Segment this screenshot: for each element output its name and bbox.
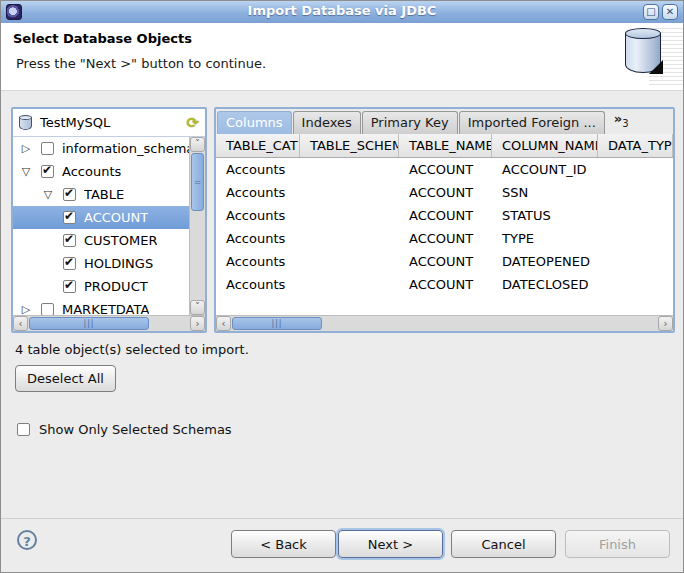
tab-primary-key[interactable]: Primary Key — [362, 111, 458, 134]
expander-expanded-icon[interactable] — [41, 188, 55, 201]
cell: Accounts — [216, 158, 300, 181]
show-only-selected-schemas-row[interactable]: Show Only Selected Schemas — [17, 422, 232, 437]
wizard-button-bar: ? < Back Next > Cancel Finish — [1, 518, 683, 573]
column-header[interactable]: TABLE_NAME — [399, 134, 492, 157]
window-title: Import Database via JDBC — [1, 3, 683, 18]
cell: TYPE — [492, 227, 598, 250]
cell — [300, 250, 399, 273]
checkbox-checked[interactable] — [63, 211, 76, 224]
cell — [598, 181, 673, 204]
checkbox-checked[interactable] — [41, 165, 54, 178]
tree-item-clipped[interactable]: MARKETDATA — [13, 298, 189, 315]
schema-tree: information_schema Accounts TABLE ACCOUN… — [13, 137, 189, 315]
table-header: TABLE_CAT TABLE_SCHEM TABLE_NAME COLUMN_… — [216, 134, 673, 158]
tree-item-table-folder[interactable]: TABLE — [13, 183, 189, 206]
tree-item-label: Accounts — [62, 164, 121, 179]
checkbox-checked[interactable] — [63, 257, 76, 270]
table-row[interactable]: Accounts ACCOUNT SSN — [216, 181, 673, 204]
scroll-left-icon[interactable]: ‹ — [13, 316, 28, 331]
scroll-right-icon[interactable]: › — [658, 316, 673, 331]
tree-item-label: HOLDINGS — [84, 256, 153, 271]
tree-item-accounts[interactable]: Accounts — [13, 160, 189, 183]
cell — [598, 158, 673, 181]
scroll-left-icon[interactable]: ‹ — [216, 316, 231, 331]
tree-item-label: PRODUCT — [84, 279, 148, 294]
cell: Accounts — [216, 204, 300, 227]
column-header[interactable]: COLUMN_NAME — [492, 134, 598, 157]
connection-name: TestMySQL — [40, 115, 186, 130]
cell: Accounts — [216, 250, 300, 273]
table-row[interactable]: Accounts ACCOUNT TYPE — [216, 227, 673, 250]
tree-item-holdings[interactable]: HOLDINGS — [13, 252, 189, 275]
close-icon[interactable]: ✕ — [662, 4, 678, 20]
table-row[interactable]: Accounts ACCOUNT DATEOPENED — [216, 250, 673, 273]
cell — [300, 227, 399, 250]
cancel-button[interactable]: Cancel — [451, 530, 556, 558]
titlebar[interactable]: Import Database via JDBC □ ✕ — [1, 1, 683, 24]
tab-indexes[interactable]: Indexes — [293, 111, 361, 134]
tab-columns[interactable]: Columns — [217, 111, 292, 134]
tab-strip: Columns Indexes Primary Key Imported For… — [216, 109, 673, 134]
banner-triangle — [649, 60, 663, 74]
table-row[interactable]: Accounts ACCOUNT STATUS — [216, 204, 673, 227]
refresh-icon[interactable]: ⟳ — [186, 114, 199, 132]
scrollbar-thumb[interactable]: ||| — [29, 317, 149, 330]
table-row[interactable]: Accounts ACCOUNT DATECLOSED — [216, 273, 673, 296]
tree-item-label: ACCOUNT — [84, 210, 148, 225]
tree-item-product[interactable]: PRODUCT — [13, 275, 189, 298]
scroll-right-icon[interactable]: › — [190, 316, 205, 331]
maximize-icon[interactable]: □ — [643, 4, 659, 20]
expander-expanded-icon[interactable] — [19, 165, 33, 178]
cell: ACCOUNT — [399, 250, 492, 273]
column-header[interactable]: DATA_TYPE — [598, 134, 673, 157]
object-details-panel: Columns Indexes Primary Key Imported For… — [214, 107, 675, 333]
table-row[interactable]: Accounts ACCOUNT ACCOUNT_ID — [216, 158, 673, 181]
cell — [598, 250, 673, 273]
checkbox-label: Show Only Selected Schemas — [39, 422, 232, 437]
cell — [300, 273, 399, 296]
tree-item-information-schema[interactable]: information_schema — [13, 137, 189, 160]
cell — [300, 181, 399, 204]
table-body: Accounts ACCOUNT ACCOUNT_ID Accounts ACC… — [216, 158, 673, 315]
next-button[interactable]: Next > — [338, 530, 443, 558]
expander-collapsed-icon[interactable] — [19, 303, 33, 315]
table-horizontal-scrollbar[interactable]: ‹ ||| › — [216, 315, 673, 331]
back-button[interactable]: < Back — [231, 530, 336, 558]
help-icon[interactable]: ? — [17, 530, 37, 550]
import-database-dialog: Import Database via JDBC □ ✕ Select Data… — [0, 0, 684, 573]
schema-tree-panel: TestMySQL ⟳ information_schema Accounts — [11, 107, 207, 333]
cell: Accounts — [216, 227, 300, 250]
expander-collapsed-icon[interactable] — [19, 142, 33, 155]
finish-button[interactable]: Finish — [565, 530, 670, 558]
tab-imported-foreign[interactable]: Imported Foreign ... — [459, 111, 605, 134]
cell: ACCOUNT — [399, 204, 492, 227]
cell: ACCOUNT — [399, 273, 492, 296]
tree-item-label: MARKETDATA — [62, 302, 149, 315]
tree-horizontal-scrollbar[interactable]: ‹ ||| › — [13, 315, 205, 331]
checkbox-checked[interactable] — [63, 280, 76, 293]
column-header[interactable]: TABLE_CAT — [216, 134, 300, 157]
checkbox-checked[interactable] — [63, 234, 76, 247]
scrollbar-thumb[interactable]: ||| — [232, 317, 322, 330]
tree-item-account[interactable]: ACCOUNT — [13, 206, 189, 229]
checkbox-unchecked[interactable] — [17, 423, 30, 436]
checkbox-unchecked[interactable] — [41, 303, 54, 315]
database-icon — [19, 115, 33, 131]
cell: Accounts — [216, 273, 300, 296]
column-header[interactable]: TABLE_SCHEM — [300, 134, 399, 157]
tree-vertical-scrollbar[interactable]: ˇ︎ = ˇ — [189, 137, 205, 315]
database-banner-icon — [625, 28, 663, 74]
scroll-down-icon[interactable]: ˇ — [190, 300, 205, 315]
page-title: Select Database Objects — [13, 31, 192, 46]
cell — [300, 204, 399, 227]
scroll-up-icon[interactable]: ˇ︎ — [190, 137, 205, 152]
cell: ACCOUNT_ID — [492, 158, 598, 181]
tab-overflow-chevron-icon[interactable]: »3 — [614, 109, 629, 134]
checkbox-checked[interactable] — [63, 188, 76, 201]
cell — [598, 204, 673, 227]
deselect-all-button[interactable]: Deselect All — [15, 365, 116, 392]
scrollbar-thumb[interactable]: = — [191, 153, 204, 211]
checkbox-unchecked[interactable] — [41, 142, 54, 155]
cell: STATUS — [492, 204, 598, 227]
tree-item-customer[interactable]: CUSTOMER — [13, 229, 189, 252]
